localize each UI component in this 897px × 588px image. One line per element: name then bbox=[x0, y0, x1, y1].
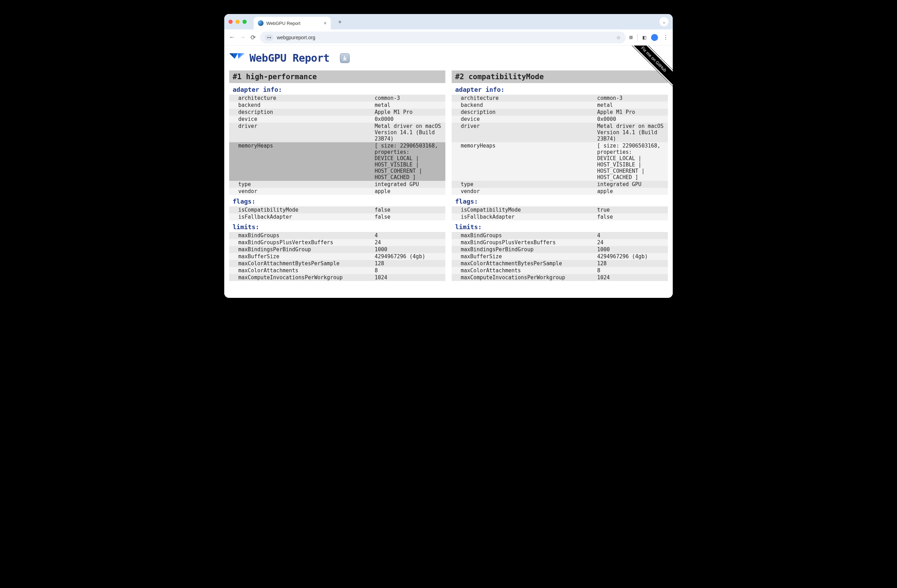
row-value: [ size: 22906503168, properties: DEVICE_… bbox=[594, 142, 668, 181]
row-key: type bbox=[452, 181, 594, 188]
minimize-window-button[interactable] bbox=[236, 20, 240, 24]
table-row: maxComputeInvocationsPerWorkgroup1024 bbox=[229, 274, 445, 281]
sidepanel-icon[interactable]: ◧ bbox=[643, 34, 646, 41]
row-value: 24 bbox=[594, 239, 668, 246]
row-key: maxColorAttachmentBytesPerSample bbox=[452, 260, 594, 267]
row-key: maxBindGroups bbox=[452, 232, 594, 239]
favicon-icon bbox=[258, 20, 263, 26]
row-value: apple bbox=[594, 188, 668, 195]
row-key: isFallbackAdapter bbox=[452, 213, 594, 220]
row-value: Metal driver on macOS Version 14.1 (Buil… bbox=[372, 122, 445, 142]
profile-avatar[interactable] bbox=[651, 34, 658, 41]
row-key: backend bbox=[452, 102, 594, 109]
browser-tab[interactable]: WebGPU Report × bbox=[254, 17, 331, 29]
table-row: memoryHeaps[ size: 22906503168, properti… bbox=[229, 142, 445, 181]
table-row: maxBindGroups4 bbox=[452, 232, 668, 239]
row-value: false bbox=[372, 213, 445, 220]
download-button[interactable] bbox=[340, 53, 350, 63]
row-key: maxColorAttachmentBytesPerSample bbox=[229, 260, 372, 267]
back-button[interactable]: ← bbox=[228, 34, 236, 41]
table-row: maxBindGroups4 bbox=[229, 232, 445, 239]
download-icon bbox=[342, 56, 347, 61]
row-value: 0x0000 bbox=[372, 116, 445, 122]
row-key: type bbox=[229, 181, 372, 188]
row-value: metal bbox=[372, 102, 445, 109]
table-row: memoryHeaps[ size: 22906503168, properti… bbox=[452, 142, 668, 181]
section-header: limits: bbox=[229, 220, 445, 232]
row-key: architecture bbox=[452, 95, 594, 102]
window-controls bbox=[228, 20, 246, 24]
tab-bar: WebGPU Report × + ⌄ bbox=[224, 14, 673, 29]
row-value: [ size: 22906503168, properties: DEVICE_… bbox=[372, 142, 445, 181]
table-row: maxBindGroupsPlusVertexBuffers24 bbox=[452, 239, 668, 246]
row-key: maxBindingsPerBindGroup bbox=[452, 246, 594, 253]
table-row: isCompatibilityModetrue bbox=[452, 207, 668, 213]
row-key: maxComputeInvocationsPerWorkgroup bbox=[452, 274, 594, 281]
page-title: WebGPU Report bbox=[229, 52, 668, 64]
row-key: isCompatibilityMode bbox=[452, 207, 594, 213]
close-tab-button[interactable]: × bbox=[324, 20, 326, 26]
kv-table: isCompatibilityModefalseisFallbackAdapte… bbox=[229, 207, 445, 220]
row-value: 1000 bbox=[372, 246, 445, 253]
page-content: Fix me on GitHub WebGPU Report #1 high-p… bbox=[224, 46, 673, 298]
extensions-icon[interactable]: ⊞ bbox=[629, 34, 633, 41]
row-value: 8 bbox=[594, 267, 668, 274]
site-info-icon[interactable]: ⊶ bbox=[265, 34, 273, 41]
table-row: isFallbackAdapterfalse bbox=[229, 213, 445, 220]
row-value: integrated GPU bbox=[372, 181, 445, 188]
adapter-column-1: #1 high-performanceadapter info:architec… bbox=[229, 70, 445, 281]
row-value: 0x0000 bbox=[594, 116, 668, 122]
table-row: vendorapple bbox=[229, 188, 445, 195]
forward-button[interactable]: → bbox=[239, 34, 246, 41]
row-key: maxColorAttachments bbox=[229, 267, 372, 274]
row-value: 4 bbox=[594, 232, 668, 239]
tab-list-button[interactable]: ⌄ bbox=[660, 17, 669, 26]
row-value: true bbox=[594, 207, 668, 213]
close-window-button[interactable] bbox=[228, 20, 233, 24]
kv-table: architecturecommon-3backendmetaldescript… bbox=[452, 95, 668, 195]
menu-icon[interactable]: ⋮ bbox=[663, 34, 669, 41]
table-row: maxBindingsPerBindGroup1000 bbox=[229, 246, 445, 253]
row-value: common-3 bbox=[372, 95, 445, 102]
row-key: maxBindGroups bbox=[229, 232, 372, 239]
toolbar-divider bbox=[637, 34, 638, 41]
browser-window: WebGPU Report × + ⌄ ← → ⟳ ⊶ webgpureport… bbox=[224, 14, 673, 298]
row-key: description bbox=[229, 109, 372, 116]
table-row: maxBufferSize4294967296 (4gb) bbox=[452, 253, 668, 260]
table-row: driverMetal driver on macOS Version 14.1… bbox=[229, 122, 445, 142]
reload-button[interactable]: ⟳ bbox=[250, 34, 257, 41]
table-row: maxColorAttachmentBytesPerSample128 bbox=[452, 260, 668, 267]
row-key: backend bbox=[229, 102, 372, 109]
table-row: architecturecommon-3 bbox=[229, 95, 445, 102]
kv-table: isCompatibilityModetrueisFallbackAdapter… bbox=[452, 207, 668, 220]
row-key: isCompatibilityMode bbox=[229, 207, 372, 213]
table-row: descriptionApple M1 Pro bbox=[452, 109, 668, 116]
section-header: adapter info: bbox=[452, 83, 668, 95]
row-value: false bbox=[372, 207, 445, 213]
address-bar[interactable]: ⊶ webgpureport.org ☆ bbox=[260, 32, 626, 43]
table-row: maxBufferSize4294967296 (4gb) bbox=[229, 253, 445, 260]
page-title-text: WebGPU Report bbox=[250, 52, 329, 64]
row-key: maxBufferSize bbox=[229, 253, 372, 260]
row-key: architecture bbox=[229, 95, 372, 102]
tab-title: WebGPU Report bbox=[266, 21, 321, 26]
row-value: 1024 bbox=[372, 274, 445, 281]
table-row: maxBindingsPerBindGroup1000 bbox=[452, 246, 668, 253]
table-row: backendmetal bbox=[452, 102, 668, 109]
new-tab-button[interactable]: + bbox=[335, 17, 345, 27]
row-key: vendor bbox=[452, 188, 594, 195]
table-row: isCompatibilityModefalse bbox=[229, 207, 445, 213]
table-row: backendmetal bbox=[229, 102, 445, 109]
row-key: driver bbox=[229, 122, 372, 142]
row-value: 1024 bbox=[594, 274, 668, 281]
row-value: 128 bbox=[372, 260, 445, 267]
maximize-window-button[interactable] bbox=[242, 20, 246, 24]
row-key: maxComputeInvocationsPerWorkgroup bbox=[229, 274, 372, 281]
row-value: 8 bbox=[372, 267, 445, 274]
kv-table: maxBindGroups4maxBindGroupsPlusVertexBuf… bbox=[229, 232, 445, 281]
row-value: 128 bbox=[594, 260, 668, 267]
kv-table: architecturecommon-3backendmetaldescript… bbox=[229, 95, 445, 195]
bookmark-icon[interactable]: ☆ bbox=[616, 35, 621, 40]
section-header: adapter info: bbox=[229, 83, 445, 95]
row-key: memoryHeaps bbox=[452, 142, 594, 181]
